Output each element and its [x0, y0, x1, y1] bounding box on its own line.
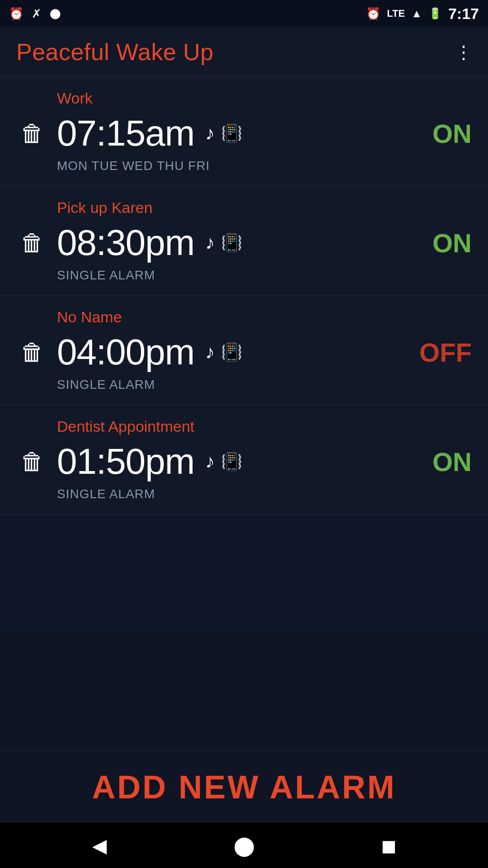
alarm-icons-work: ♪ 📳	[205, 123, 242, 144]
signal-icon: ▲	[411, 7, 422, 20]
alarm-item-work[interactable]: Work 🗑 07:15am ♪ 📳 ON MON TUE WED THU FR…	[0, 77, 488, 186]
alarm-status-icon: ⏰	[9, 7, 23, 21]
status-bar-left-icons: ⏰ ✗ ⬤	[9, 7, 61, 21]
alarm-name-work: Work	[57, 90, 472, 107]
status-bar-right-icons: ⏰ LTE ▲ 🔋 7:17	[366, 5, 479, 23]
trash-icon-pick-up-karen: 🗑	[20, 229, 44, 256]
alarm-time-work: 07:15am	[57, 113, 194, 154]
alarm-row-no-name: 🗑 04:00pm ♪ 📳 OFF	[16, 331, 472, 373]
add-new-alarm-button[interactable]: ADD NEW ALARM	[0, 750, 488, 823]
alarm-status-no-name[interactable]: OFF	[419, 337, 472, 368]
empty-area	[0, 632, 488, 750]
alarm-schedule-pick-up-karen: SINGLE ALARM	[57, 268, 472, 283]
vibrate-icon-dentist: 📳	[221, 452, 242, 472]
alarm-status-pick-up-karen[interactable]: ON	[432, 228, 472, 258]
alarm-schedule-dentist: SINGLE ALARM	[57, 487, 472, 501]
delete-button-no-name[interactable]: 🗑	[16, 339, 48, 366]
clock-time: 7:17	[448, 5, 479, 23]
delete-button-pick-up-karen[interactable]: 🗑	[16, 229, 48, 256]
nav-bar: ◀ ⬤ ◼	[0, 823, 488, 868]
home-button[interactable]: ⬤	[226, 832, 262, 859]
lte-label: LTE	[387, 8, 405, 19]
alarm-name-no-name: No Name	[57, 308, 472, 326]
alarm-time-section-pick-up-karen: 08:30pm ♪ 📳	[57, 222, 423, 264]
delete-button-work[interactable]: 🗑	[16, 120, 48, 147]
alarm-status-work[interactable]: ON	[432, 118, 472, 149]
alarm-row-dentist: 🗑 01:50pm ♪ 📳 ON	[16, 441, 472, 482]
music-icon-pick-up-karen: ♪	[205, 232, 215, 254]
trash-icon-no-name: 🗑	[20, 339, 44, 366]
alarm-time-dentist: 01:50pm	[57, 441, 194, 482]
alarm-row-work: 🗑 07:15am ♪ 📳 ON	[16, 113, 472, 154]
add-alarm-label: ADD NEW ALARM	[92, 769, 396, 806]
alarm-schedule-no-name: SINGLE ALARM	[57, 377, 472, 392]
vibrate-icon-no-name: 📳	[221, 342, 242, 362]
alarm-time-no-name: 04:00pm	[57, 331, 194, 373]
recents-button[interactable]: ◼	[371, 832, 407, 859]
alarm-list: Work 🗑 07:15am ♪ 📳 ON MON TUE WED THU FR…	[0, 77, 488, 632]
music-icon-no-name: ♪	[205, 341, 215, 363]
trash-icon-work: 🗑	[20, 120, 44, 147]
record-icon: ⬤	[50, 8, 61, 19]
fork-knife-icon: ✗	[32, 7, 42, 21]
alarm-row-pick-up-karen: 🗑 08:30pm ♪ 📳 ON	[16, 222, 472, 264]
alarm-icons-no-name: ♪ 📳	[205, 341, 242, 363]
more-menu-button[interactable]: ⋮	[455, 43, 472, 61]
app-header: Peaceful Wake Up ⋮	[0, 27, 488, 77]
app-title: Peaceful Wake Up	[16, 38, 214, 66]
back-button[interactable]: ◀	[81, 832, 117, 859]
alarm-right-icon: ⏰	[366, 7, 380, 21]
vibrate-icon-work: 📳	[221, 123, 242, 143]
alarm-name-pick-up-karen: Pick up Karen	[57, 199, 472, 217]
alarm-time-pick-up-karen: 08:30pm	[57, 222, 194, 264]
alarm-item-no-name[interactable]: No Name 🗑 04:00pm ♪ 📳 OFF SINGLE ALARM	[0, 296, 488, 405]
battery-icon: 🔋	[428, 7, 442, 20]
alarm-time-section-no-name: 04:00pm ♪ 📳	[57, 331, 410, 373]
alarm-icons-pick-up-karen: ♪ 📳	[205, 232, 242, 254]
alarm-name-dentist: Dentist Appointment	[57, 418, 472, 435]
alarm-schedule-work: MON TUE WED THU FRI	[57, 159, 472, 173]
status-bar: ⏰ ✗ ⬤ ⏰ LTE ▲ 🔋 7:17	[0, 0, 488, 27]
music-icon-work: ♪	[205, 123, 215, 144]
trash-icon-dentist: 🗑	[20, 448, 44, 475]
alarm-item-pick-up-karen[interactable]: Pick up Karen 🗑 08:30pm ♪ 📳 ON SINGLE AL…	[0, 186, 488, 296]
alarm-item-dentist[interactable]: Dentist Appointment 🗑 01:50pm ♪ 📳 ON SIN…	[0, 405, 488, 514]
alarm-time-section-dentist: 01:50pm ♪ 📳	[57, 441, 423, 482]
alarm-icons-dentist: ♪ 📳	[205, 451, 242, 472]
music-icon-dentist: ♪	[205, 451, 215, 472]
alarm-time-section-work: 07:15am ♪ 📳	[57, 113, 423, 154]
vibrate-icon-pick-up-karen: 📳	[221, 233, 242, 253]
delete-button-dentist[interactable]: 🗑	[16, 448, 48, 475]
alarm-status-dentist[interactable]: ON	[432, 447, 472, 477]
